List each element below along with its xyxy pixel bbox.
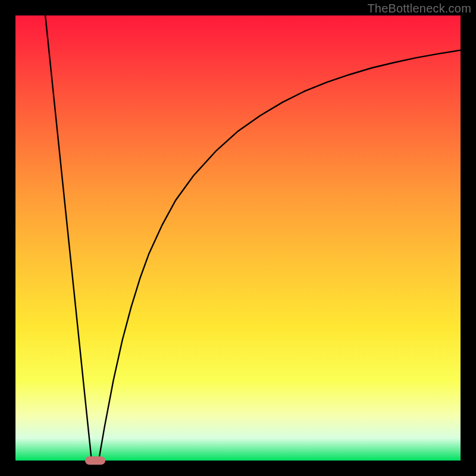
gradient-background (15, 15, 461, 461)
attribution-text: TheBottleneck.com (367, 2, 471, 15)
minimum-marker (85, 456, 105, 465)
chart-frame: TheBottleneck.com (0, 0, 476, 476)
